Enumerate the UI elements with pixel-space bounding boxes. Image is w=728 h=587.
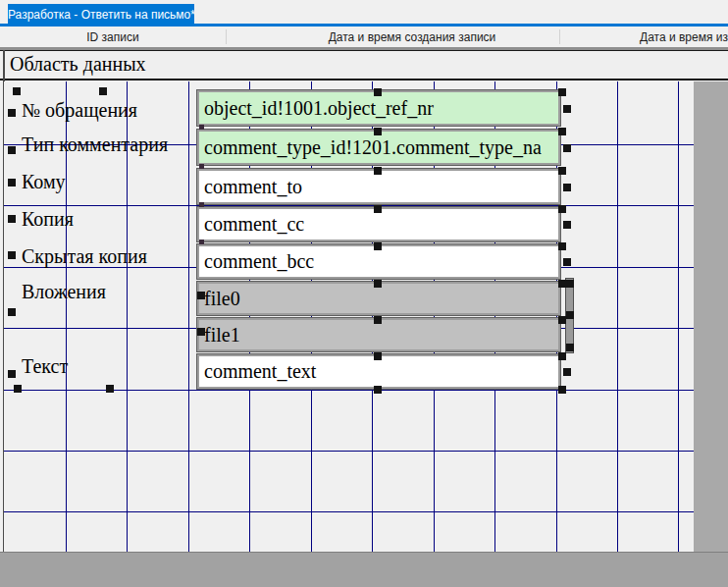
- selection-handle[interactable]: [563, 221, 571, 229]
- selection-handle[interactable]: [8, 251, 16, 259]
- selection-handle[interactable]: [563, 368, 571, 376]
- selection-handle[interactable]: [8, 215, 16, 223]
- selection-handle[interactable]: [558, 88, 566, 96]
- selection-handle[interactable]: [374, 167, 382, 175]
- selection-handle[interactable]: [199, 202, 204, 207]
- column-header-modified[interactable]: Дата и время из: [598, 28, 728, 46]
- selection-handle[interactable]: [8, 308, 16, 316]
- selection-handle[interactable]: [8, 179, 16, 187]
- selection-handle[interactable]: [558, 205, 566, 213]
- selection-handle[interactable]: [374, 386, 382, 394]
- selection-handle[interactable]: [199, 125, 204, 130]
- selection-handle[interactable]: [8, 146, 16, 154]
- selection-handle[interactable]: [563, 258, 571, 266]
- selection-handle[interactable]: [197, 292, 205, 299]
- column-separator: [559, 29, 560, 44]
- canvas-bottom-margin: [0, 552, 728, 587]
- selection-handle[interactable]: [563, 105, 571, 113]
- canvas-right-margin: [694, 81, 728, 552]
- tab-strip: Разработка - Ответить на письмо*: [0, 0, 728, 27]
- selection-handle[interactable]: [566, 344, 574, 351]
- selection-handle[interactable]: [374, 128, 382, 135]
- form-designer-window: Разработка - Ответить на письмо* ID запи…: [0, 0, 728, 587]
- selection-handle[interactable]: [374, 242, 382, 250]
- selection-handle[interactable]: [99, 87, 107, 95]
- selection-handle[interactable]: [558, 242, 566, 250]
- selection-handle[interactable]: [558, 128, 566, 135]
- selection-handle[interactable]: [199, 164, 204, 169]
- selection-handle[interactable]: [13, 87, 21, 95]
- tab-development[interactable]: Разработка - Ответить на письмо*: [8, 4, 194, 27]
- selection-handle[interactable]: [558, 167, 566, 175]
- selection-handle[interactable]: [374, 205, 382, 213]
- selection-handle[interactable]: [374, 88, 382, 96]
- column-header-row: ID записи Дата и время создания записи Д…: [0, 27, 728, 47]
- design-canvas[interactable]: № обращенияobject_id!1001.object_ref_nrТ…: [4, 81, 694, 552]
- selection-handle[interactable]: [563, 144, 571, 152]
- selection-handle[interactable]: [8, 109, 16, 117]
- selection-handle[interactable]: [8, 370, 16, 378]
- selection-handle[interactable]: [558, 352, 566, 360]
- column-header-id[interactable]: ID записи: [0, 28, 226, 46]
- selection-handle[interactable]: [374, 352, 382, 360]
- column-header-created[interactable]: Дата и время создания записи: [226, 28, 598, 46]
- selection-handle[interactable]: [106, 385, 114, 393]
- selection-handle[interactable]: [558, 316, 566, 324]
- column-separator: [226, 29, 227, 44]
- band-data-area[interactable]: Область данных: [0, 50, 728, 80]
- selection-handle[interactable]: [563, 184, 571, 191]
- selection-handle[interactable]: [197, 328, 205, 336]
- selection-handle[interactable]: [199, 240, 204, 244]
- selection-handle[interactable]: [566, 311, 574, 319]
- selection-handle[interactable]: [558, 386, 566, 394]
- selection-handle[interactable]: [566, 280, 574, 288]
- band-title: Область данных: [10, 53, 146, 76]
- selection-handle[interactable]: [14, 385, 22, 393]
- selection-handle[interactable]: [374, 316, 382, 324]
- selection-handle[interactable]: [558, 280, 566, 288]
- selection-handle[interactable]: [374, 280, 382, 288]
- selection-handles: [4, 81, 694, 552]
- tab-title: Разработка - Ответить на письмо*: [8, 8, 194, 22]
